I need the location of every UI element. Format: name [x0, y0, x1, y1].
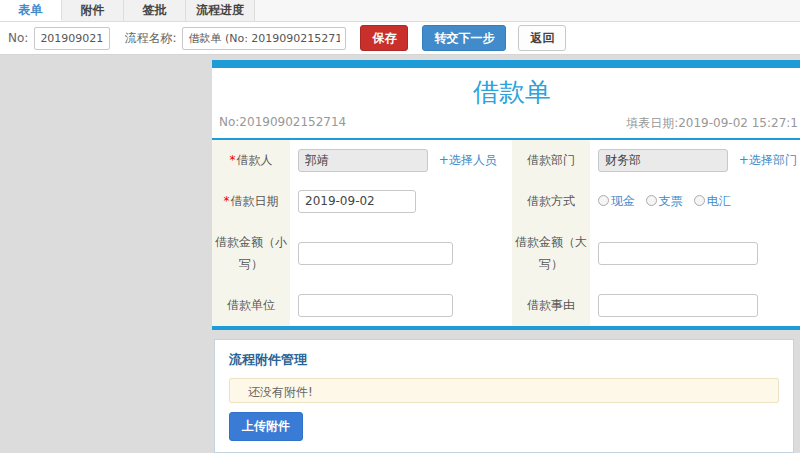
- tab-form[interactable]: 表单: [0, 0, 62, 21]
- loan-form-panel: 借款单 No:20190902152714 填表日期:2019-09-02 15…: [212, 60, 800, 330]
- back-button[interactable]: 返回: [518, 25, 566, 51]
- loan-date-label: 借款日期: [231, 194, 279, 208]
- radio-label: 支票: [659, 194, 683, 208]
- borrower-label: 借款人: [237, 153, 273, 167]
- table-row: *借款人 +选择人员 借款部门 +选择部门: [212, 140, 800, 181]
- form-title: 借款单: [212, 68, 800, 113]
- no-label: No:: [8, 31, 28, 45]
- required-asterisk: *: [230, 153, 236, 167]
- document-area: 借款单 No:20190902152714 填表日期:2019-09-02 15…: [212, 60, 800, 453]
- doc-no: No:20190902152714: [219, 115, 346, 132]
- forward-next-button[interactable]: 转交下一步: [422, 25, 506, 51]
- radio-icon: [646, 195, 657, 206]
- attachments-heading: 流程附件管理: [229, 351, 779, 369]
- select-person-link[interactable]: +选择人员: [439, 153, 497, 167]
- amount-lower-input[interactable]: [298, 242, 453, 265]
- upload-attachment-button[interactable]: 上传附件: [229, 412, 303, 441]
- tab-attachments[interactable]: 附件: [62, 0, 124, 21]
- radio-icon: [694, 195, 705, 206]
- save-button[interactable]: 保存: [360, 25, 408, 51]
- attachments-panel: 流程附件管理 还没有附件! 上传附件: [214, 339, 794, 453]
- unit-label: 借款单位: [227, 298, 275, 312]
- fill-date: 填表日期:2019-09-02 15:27:1: [626, 115, 798, 132]
- amount-upper-label: 借款金额（大写）: [515, 235, 587, 272]
- borrower-input[interactable]: [298, 149, 428, 172]
- unit-input[interactable]: [298, 294, 453, 317]
- reason-label: 借款事由: [527, 298, 575, 312]
- radio-wire-transfer[interactable]: 电汇: [694, 194, 731, 208]
- tab-approval[interactable]: 签批: [124, 0, 186, 21]
- required-asterisk: *: [224, 194, 230, 208]
- radio-label: 现金: [611, 194, 635, 208]
- table-row: *借款日期 借款方式 现金 支票 电汇: [212, 181, 800, 222]
- radio-icon: [598, 195, 609, 206]
- process-name-label: 流程名称:: [124, 30, 176, 47]
- process-name-input[interactable]: [182, 27, 346, 50]
- department-input[interactable]: [598, 149, 728, 172]
- loan-date-input[interactable]: [298, 190, 416, 213]
- form-meta-row: No:20190902152714 填表日期:2019-09-02 15:27:…: [212, 113, 800, 140]
- select-department-link[interactable]: +选择部门: [739, 153, 797, 167]
- tab-bar: 表单 附件 签批 流程进度: [0, 0, 800, 22]
- command-bar: No: 流程名称: 保存 转交下一步 返回: [0, 22, 800, 55]
- radio-cheque[interactable]: 支票: [646, 194, 683, 208]
- table-row: 借款金额（小写） 借款金额（大写）: [212, 222, 800, 286]
- no-input[interactable]: [34, 27, 110, 50]
- reason-input[interactable]: [598, 294, 758, 317]
- radio-label: 电汇: [707, 194, 731, 208]
- radio-cash[interactable]: 现金: [598, 194, 635, 208]
- loan-form-table: *借款人 +选择人员 借款部门 +选择部门 *借款日期 借款方式 现金: [212, 140, 800, 326]
- table-row: 借款单位 借款事由: [212, 285, 800, 326]
- method-label: 借款方式: [527, 194, 575, 208]
- no-attachments-message: 还没有附件!: [229, 378, 779, 403]
- department-label: 借款部门: [527, 153, 575, 167]
- amount-lower-label: 借款金额（小写）: [215, 235, 287, 272]
- amount-upper-input[interactable]: [598, 242, 758, 265]
- tab-progress[interactable]: 流程进度: [186, 0, 255, 21]
